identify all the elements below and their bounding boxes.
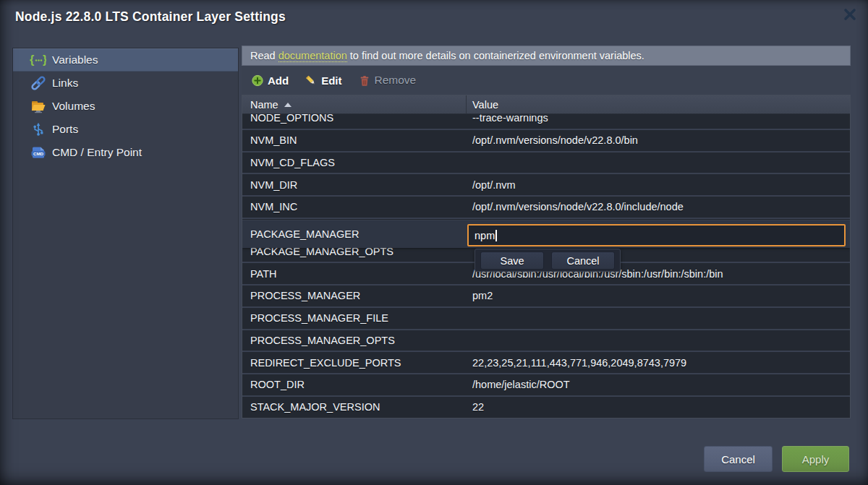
grid-toolbar: Add Edit Remove (242, 66, 851, 95)
sidebar-item-volumes[interactable]: Volumes (13, 95, 238, 118)
cell-value: 22 (472, 397, 847, 418)
cell-name: NVM_CD_FLAGS (250, 153, 464, 173)
row-editor: PACKAGE_MANAGER npm (242, 220, 850, 248)
column-header-value-label: Value (472, 99, 498, 111)
table-row-root_dir[interactable]: ROOT_DIR/home/jelastic/ROOT (242, 374, 850, 397)
sidebar-item-label: CMD / Entry Point (52, 146, 142, 159)
add-icon (252, 74, 263, 86)
sidebar-item-links[interactable]: Links (13, 72, 238, 95)
editing-row-name: PACKAGE_MANAGER (250, 220, 359, 247)
grid-header: Name Value (242, 95, 850, 114)
cell-value: pm2 (472, 286, 847, 306)
documentation-link[interactable]: documentation (278, 50, 347, 62)
ports-icon (30, 121, 46, 137)
sidebar-item-ports[interactable]: Ports (13, 118, 238, 141)
sidebar-item-variables[interactable]: { } Variables (13, 48, 238, 72)
table-row-nvm_bin[interactable]: NVM_BIN/opt/.nvm/versions/node/v22.8.0/b… (242, 130, 850, 153)
value-input[interactable]: npm (467, 224, 846, 246)
apply-button[interactable]: Apply (782, 446, 849, 472)
column-header-value[interactable]: Value (467, 95, 850, 113)
cell-value: 22,23,25,21,111,443,771,946,2049,8743,79… (472, 352, 847, 373)
links-icon (30, 75, 46, 91)
table-row-nvm_dir[interactable]: NVM_DIR/opt/.nvm (242, 174, 850, 197)
save-button[interactable]: Save (480, 252, 544, 270)
dialog-title: Node.js 22.8.0 LTS Container Layer Setti… (15, 9, 286, 25)
cmd-icon: CMD (30, 145, 46, 160)
table-row-nvm_cd_flags[interactable]: NVM_CD_FLAGS (242, 153, 850, 175)
edit-icon (305, 74, 317, 86)
svg-text:{: { (30, 53, 34, 66)
add-variable-button[interactable]: Add (252, 74, 289, 87)
cell-value: /home/jelastic/ROOT (472, 374, 847, 395)
toolbar-button-label: Edit (321, 74, 341, 87)
cell-name: REDIRECT_EXCLUDE_PORTS (250, 352, 464, 373)
sidebar-item-label: Ports (52, 123, 78, 136)
toolbar-button-label: Remove (375, 74, 417, 87)
cell-value: --trace-warnings (472, 114, 847, 129)
info-text-suffix: to find out more details on containerize… (350, 50, 644, 61)
column-header-name[interactable]: Name (242, 95, 467, 113)
close-icon[interactable] (842, 6, 859, 23)
cell-name: PROCESS_MANAGER_OPTS (250, 330, 464, 351)
sidebar-item-cmd-entry-point[interactable]: CMD CMD / Entry Point (13, 141, 238, 164)
cell-name: PATH (250, 263, 464, 284)
sidebar: { } Variables Links Volumes Ports (12, 48, 239, 419)
variables-grid: Name Value NODE_OPTIONS--trace-warningsN… (242, 95, 851, 419)
editor-cancel-button[interactable]: Cancel (551, 252, 615, 270)
cell-name: NVM_BIN (250, 130, 464, 151)
cell-name: NVM_INC (250, 197, 464, 218)
cell-name: NODE_OPTIONS (250, 114, 464, 129)
variables-icon: { } (30, 52, 46, 68)
svg-text:}: } (43, 53, 46, 66)
text-caret (495, 230, 497, 241)
remove-icon (359, 74, 370, 86)
table-row-stack_major_version[interactable]: STACK_MAJOR_VERSION22 (242, 397, 850, 418)
cell-name: STACK_MAJOR_VERSION (250, 397, 464, 418)
table-row-redirect_exclude_ports[interactable]: REDIRECT_EXCLUDE_PORTS22,23,25,21,111,44… (242, 352, 850, 374)
cell-name: PROCESS_MANAGER (250, 286, 464, 306)
remove-variable-button: Remove (359, 74, 417, 87)
table-row-node_options[interactable]: NODE_OPTIONS--trace-warnings (242, 114, 850, 130)
volumes-icon (30, 98, 46, 114)
container-layer-settings-dialog: Node.js 22.8.0 LTS Container Layer Setti… (0, 0, 868, 485)
cell-name: ROOT_DIR (250, 374, 464, 395)
table-row-nvm_inc[interactable]: NVM_INC/opt/.nvm/versions/node/v22.8.0/i… (242, 197, 850, 219)
cell-value: /opt/.nvm (472, 174, 847, 195)
toolbar-button-label: Add (268, 74, 289, 87)
sort-asc-icon (284, 103, 292, 107)
cell-name: NVM_DIR (250, 174, 464, 195)
table-row-process_manager[interactable]: PROCESS_MANAGERpm2 (242, 286, 850, 308)
grid-body: NODE_OPTIONS--trace-warningsNVM_BIN/opt/… (242, 114, 850, 418)
row-editor-buttons: Save Cancel (475, 249, 621, 272)
value-input-text: npm (475, 230, 495, 241)
sidebar-item-label: Variables (52, 53, 98, 66)
sidebar-item-label: Links (52, 77, 78, 90)
column-header-name-label: Name (250, 99, 278, 111)
cell-value: /opt/.nvm/versions/node/v22.8.0/bin (472, 130, 847, 151)
sidebar-item-label: Volumes (52, 100, 95, 113)
info-bar: Read documentation to find out more deta… (242, 46, 851, 66)
edit-variable-button[interactable]: Edit (305, 74, 341, 87)
svg-text:CMD: CMD (33, 151, 43, 156)
table-row-process_manager_file[interactable]: PROCESS_MANAGER_FILE (242, 308, 850, 330)
info-text-prefix: Read (250, 50, 276, 61)
cell-name: PROCESS_MANAGER_FILE (250, 308, 464, 329)
cell-value (472, 330, 847, 351)
table-row-process_manager_opts[interactable]: PROCESS_MANAGER_OPTS (242, 330, 850, 353)
cell-value: /opt/.nvm/versions/node/v22.8.0/include/… (472, 197, 847, 218)
cell-value (472, 153, 847, 173)
cell-value (472, 308, 847, 329)
cancel-button[interactable]: Cancel (704, 446, 773, 472)
